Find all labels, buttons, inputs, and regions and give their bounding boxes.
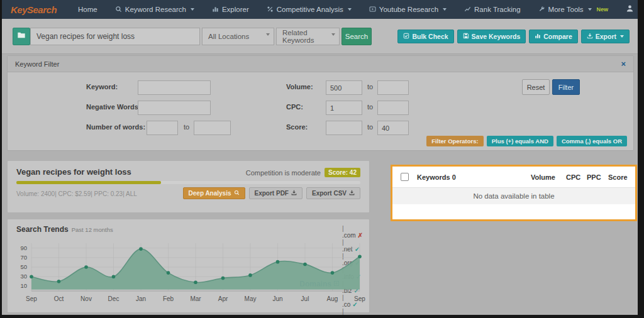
bar-chart-icon xyxy=(535,33,541,40)
to-label: to xyxy=(367,123,373,131)
compare-label: Compare xyxy=(543,33,572,40)
negative-words-label: Negative Words: xyxy=(86,103,141,111)
bulk-check-button[interactable]: Bulk Check xyxy=(397,30,453,43)
close-icon[interactable]: × xyxy=(621,60,626,68)
toolbar-actions: Bulk Check Save Keywords Compare Export xyxy=(397,30,630,43)
keyword-search-input[interactable] xyxy=(30,28,200,45)
nav-item-explorer[interactable]: Explorer xyxy=(212,6,249,14)
download-icon xyxy=(587,33,593,40)
svg-text:Feb: Feb xyxy=(163,295,174,302)
user-icon[interactable] xyxy=(626,4,634,15)
nav-item-label: Youtube Research xyxy=(379,6,438,13)
deep-analysis-button[interactable]: Deep Analysis xyxy=(183,187,245,199)
cpc-max-input[interactable] xyxy=(377,101,409,115)
app-window: KeySearch Home Keyword Research Explorer… xyxy=(2,0,638,315)
export-csv-label: Export CSV xyxy=(312,190,347,197)
filter-operators-row: Filter Operators: Plus (+) equals AND Co… xyxy=(426,136,627,146)
cpc-min-input[interactable] xyxy=(326,101,362,115)
volume-min-input[interactable] xyxy=(326,80,362,95)
score-column-header: Score xyxy=(608,173,628,181)
nav-item-label: Competitive Analysis xyxy=(277,6,343,13)
svg-text:Sep: Sep xyxy=(354,295,365,302)
nav-item-home[interactable]: Home xyxy=(78,6,97,13)
nav-item-rank-tracking[interactable]: Rank Tracking xyxy=(464,6,521,14)
save-keywords-button[interactable]: Save Keywords xyxy=(457,30,526,43)
search-trends-card: Search TrendsPast 12 months Domains |.co… xyxy=(7,219,370,313)
new-badge: New xyxy=(597,6,609,13)
chevron-down-icon xyxy=(266,33,270,36)
export-pdf-label: Export PDF xyxy=(255,190,289,197)
svg-text:Aug: Aug xyxy=(327,295,338,302)
volume-column-header: Volume xyxy=(531,173,555,181)
and-rule-badge: Plus (+) equals AND xyxy=(487,136,553,146)
nav-right-cluster: 3 xyxy=(626,4,638,15)
number-of-words-label: Number of words: xyxy=(86,123,145,131)
saved-lists-button[interactable] xyxy=(13,28,30,45)
chevron-down-icon xyxy=(348,8,352,11)
to-label: to xyxy=(367,83,373,90)
score-max-input[interactable] xyxy=(377,121,409,135)
filter-operators-badge: Filter Operators: xyxy=(426,136,483,146)
volume-max-input[interactable] xyxy=(377,80,409,95)
svg-text:Nov: Nov xyxy=(80,295,92,302)
keyword-overview-card: Vegan recipes for weight loss Competitio… xyxy=(7,160,370,213)
nav-item-competitive-analysis[interactable]: Competitive Analysis xyxy=(267,6,352,14)
result-type-select[interactable]: Related Keywords xyxy=(276,28,340,45)
competition-text: Competition is moderate xyxy=(246,169,321,177)
nav-item-youtube-research[interactable]: Youtube Research xyxy=(369,6,447,14)
svg-text:Dec: Dec xyxy=(108,295,119,302)
export-pdf-button[interactable]: Export PDF xyxy=(249,187,303,199)
keyword-filter-title: Keyword Filter xyxy=(15,60,59,68)
words-max-input[interactable] xyxy=(194,121,231,135)
nav-item-more-tools[interactable]: More Tools New xyxy=(538,6,609,14)
search-button[interactable]: Search xyxy=(341,28,372,45)
keyword-field-label: Keyword: xyxy=(86,83,118,90)
search-icon xyxy=(115,6,122,14)
nav-item-keyword-research[interactable]: Keyword Research xyxy=(115,6,194,14)
svg-text:30: 30 xyxy=(20,273,27,280)
compare-button[interactable]: Compare xyxy=(529,30,578,43)
export-label: Export xyxy=(596,33,616,40)
score-badge: Score: 42 xyxy=(325,168,360,177)
search-toolbar: All Locations Related Keywords Search Fi… xyxy=(2,19,638,54)
score-min-input[interactable] xyxy=(326,121,362,135)
chevron-down-icon xyxy=(443,8,447,11)
apply-filter-button[interactable]: Filter xyxy=(552,79,580,95)
export-csv-button[interactable]: Export CSV xyxy=(306,187,360,199)
keyword-metrics-text: Volume: 2400| CPC: $2.59| PPC: 0.23| ALL xyxy=(16,190,137,197)
competition-bar xyxy=(16,181,360,184)
score-field-label: Score: xyxy=(286,123,308,131)
competition-bar-fill xyxy=(16,181,161,184)
bar-chart-icon xyxy=(212,6,219,14)
download-icon xyxy=(349,190,355,197)
keyword-filter-panel: Keyword Filter × Keyword: Negative Words… xyxy=(7,55,634,151)
svg-text:Jun: Jun xyxy=(272,295,282,302)
nav-item-label: Keyword Research xyxy=(125,6,186,13)
save-keywords-label: Save Keywords xyxy=(472,33,521,40)
chevron-down-icon xyxy=(620,35,624,38)
location-select[interactable]: All Locations xyxy=(202,28,274,45)
reset-button[interactable]: Reset xyxy=(522,79,550,95)
keyword-filter-header: Keyword Filter × xyxy=(8,56,633,72)
chevron-down-icon xyxy=(588,8,592,11)
download-icon xyxy=(291,190,297,197)
svg-text:70: 70 xyxy=(20,254,27,261)
export-button[interactable]: Export xyxy=(581,30,630,43)
results-table-header: Keywords 0 Volume CPC PPC Score xyxy=(392,167,635,188)
cpc-column-header: CPC xyxy=(566,173,580,181)
result-type-select-value: Related Keywords xyxy=(282,29,333,44)
deep-analysis-label: Deep Analysis xyxy=(189,190,231,197)
svg-text:May: May xyxy=(245,295,257,302)
nav-item-label: Home xyxy=(78,6,97,13)
check-square-icon xyxy=(403,33,409,40)
keyword-overview-title: Vegan recipes for weight loss xyxy=(16,167,131,177)
select-all-checkbox[interactable] xyxy=(401,173,409,181)
to-label: to xyxy=(367,103,373,111)
to-label: to xyxy=(184,123,189,131)
negative-words-input[interactable] xyxy=(138,101,211,115)
words-min-input[interactable] xyxy=(147,121,178,135)
cpc-field-label: CPC: xyxy=(286,103,303,111)
keysearch-logo[interactable]: KeySearch xyxy=(11,4,57,15)
search-trends-title: Search TrendsPast 12 months xyxy=(16,225,113,234)
keyword-filter-input[interactable] xyxy=(138,80,211,95)
